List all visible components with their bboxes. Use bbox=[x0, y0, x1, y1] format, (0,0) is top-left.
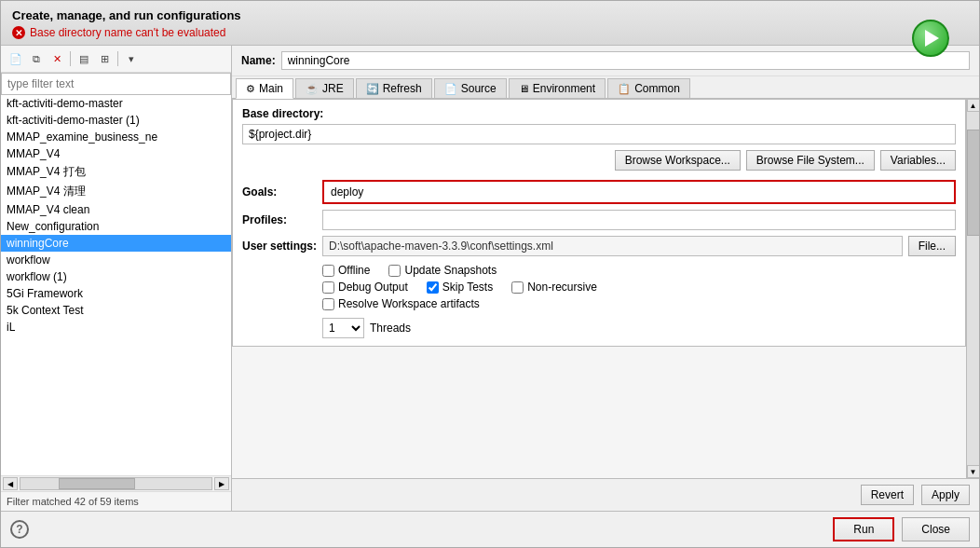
non-recursive-checkbox[interactable] bbox=[511, 281, 524, 294]
duplicate-button[interactable]: ⧉ bbox=[27, 49, 46, 68]
scroll-left-arrow[interactable]: ◀ bbox=[3, 477, 18, 490]
new-config-button[interactable]: 📄 bbox=[7, 49, 25, 68]
content-area: 📄 ⧉ ✕ ▤ ⊞ ▾ kft-activiti-demo-master kft… bbox=[1, 46, 979, 511]
scroll-down-button[interactable]: ▼ bbox=[967, 465, 980, 478]
scroll-right-arrow[interactable]: ▶ bbox=[214, 477, 229, 490]
threads-label: Threads bbox=[370, 322, 411, 335]
profiles-label: Profiles: bbox=[242, 213, 317, 226]
threads-select[interactable]: 1 2 4 bbox=[322, 318, 364, 338]
dropdown-button[interactable]: ▾ bbox=[122, 49, 141, 68]
list-item[interactable]: MMAP_examine_business_ne bbox=[1, 129, 231, 145]
tab-common[interactable]: 📋 Common bbox=[607, 78, 690, 98]
offline-checkbox-label[interactable]: Offline bbox=[322, 264, 370, 277]
right-panel: Name: ⚙ Main ☕ JRE 🔄 Refresh 📄 bbox=[232, 46, 979, 511]
debug-output-checkbox[interactable] bbox=[322, 281, 334, 294]
env-tab-icon: 🖥 bbox=[519, 83, 529, 94]
checkbox-row-1: Offline Update Snapshots bbox=[322, 264, 956, 277]
error-row: ✕ Base directory name can't be evaluated bbox=[12, 26, 912, 39]
base-dir-input[interactable] bbox=[242, 124, 956, 144]
browse-workspace-button[interactable]: Browse Workspace... bbox=[615, 150, 741, 171]
list-item[interactable]: kft-activiti-demo-master (1) bbox=[1, 112, 231, 129]
skip-tests-checkbox[interactable] bbox=[427, 281, 439, 294]
main-tab-label: Main bbox=[259, 82, 283, 95]
update-snapshots-checkbox-label[interactable]: Update Snapshots bbox=[388, 264, 497, 277]
profiles-input[interactable] bbox=[322, 210, 956, 230]
list-item[interactable]: workflow (1) bbox=[1, 268, 231, 285]
collapse-button[interactable]: ⊞ bbox=[95, 49, 114, 68]
v-scroll-track[interactable] bbox=[967, 112, 980, 465]
tab-refresh[interactable]: 🔄 Refresh bbox=[356, 78, 432, 98]
resolve-workspace-checkbox-label[interactable]: Resolve Workspace artifacts bbox=[322, 297, 480, 310]
tab-content-scroll: Base directory: Browse Workspace... Brow… bbox=[232, 99, 966, 478]
help-button[interactable]: ? bbox=[10, 520, 29, 539]
tab-source[interactable]: 📄 Source bbox=[434, 78, 507, 98]
goals-row: Goals: bbox=[242, 180, 956, 204]
list-item[interactable]: MMAP_V4 bbox=[1, 145, 231, 162]
list-item[interactable]: MMAP_V4 clean bbox=[1, 201, 231, 218]
error-message: Base directory name can't be evaluated bbox=[30, 26, 225, 39]
main-window: Create, manage, and run configurations ✕… bbox=[0, 0, 980, 548]
refresh-tab-icon: 🔄 bbox=[366, 83, 379, 95]
filter-button[interactable]: ▤ bbox=[75, 49, 93, 68]
checkbox-row-3: Resolve Workspace artifacts bbox=[322, 297, 956, 310]
file-button[interactable]: File... bbox=[908, 236, 956, 256]
env-tab-label: Environment bbox=[533, 82, 595, 95]
threads-row: 1 2 4 Threads bbox=[322, 318, 956, 338]
footer-bar: ? Run Close bbox=[1, 511, 979, 547]
jre-tab-label: JRE bbox=[322, 82, 344, 95]
list-item[interactable]: workflow bbox=[1, 252, 231, 268]
user-settings-label: User settings: bbox=[242, 240, 317, 253]
filter-input[interactable] bbox=[1, 73, 231, 95]
skip-tests-checkbox-label[interactable]: Skip Tests bbox=[427, 281, 493, 294]
source-tab-icon: 📄 bbox=[444, 83, 457, 95]
browse-file-system-button[interactable]: Browse File System... bbox=[746, 150, 875, 171]
name-input[interactable] bbox=[281, 51, 970, 70]
name-row: Name: bbox=[232, 46, 979, 76]
refresh-tab-label: Refresh bbox=[383, 82, 422, 95]
horizontal-scrollbar[interactable]: ◀ ▶ bbox=[1, 475, 231, 491]
name-label: Name: bbox=[241, 54, 276, 67]
close-button[interactable]: Close bbox=[902, 517, 970, 541]
filter-status: Filter matched 42 of 59 items bbox=[1, 491, 231, 511]
toolbar-sep-1 bbox=[70, 51, 71, 66]
error-icon: ✕ bbox=[12, 26, 25, 39]
scroll-track[interactable] bbox=[20, 477, 212, 490]
v-scroll-thumb bbox=[967, 130, 980, 236]
goals-input[interactable] bbox=[325, 183, 953, 201]
title-area: Create, manage, and run configurations ✕… bbox=[12, 8, 968, 39]
list-item[interactable]: New_configuration bbox=[1, 218, 231, 235]
tab-main[interactable]: ⚙ Main bbox=[236, 78, 293, 99]
list-item[interactable]: kft-activiti-demo-master bbox=[1, 95, 231, 112]
update-snapshots-checkbox[interactable] bbox=[388, 265, 401, 277]
goals-input-wrapper bbox=[322, 180, 956, 204]
user-settings-input[interactable] bbox=[322, 236, 903, 256]
browse-buttons-row: Browse Workspace... Browse File System..… bbox=[242, 150, 956, 171]
list-item[interactable]: 5Gi Framework bbox=[1, 285, 231, 302]
delete-button[interactable]: ✕ bbox=[48, 49, 66, 68]
list-item-selected[interactable]: winningCore bbox=[1, 235, 231, 252]
tab-jre[interactable]: ☕ JRE bbox=[295, 78, 354, 98]
run-button[interactable]: Run bbox=[833, 517, 894, 541]
revert-button[interactable]: Revert bbox=[861, 485, 914, 505]
skip-tests-label: Skip Tests bbox=[442, 281, 493, 294]
base-dir-label: Base directory: bbox=[242, 107, 956, 120]
list-item[interactable]: MMAP_V4 清理 bbox=[1, 182, 231, 201]
list-item[interactable]: MMAP_V4 打包 bbox=[1, 162, 231, 182]
non-recursive-label: Non-recursive bbox=[527, 281, 597, 294]
run-button-top[interactable] bbox=[912, 20, 949, 57]
resolve-workspace-checkbox[interactable] bbox=[322, 298, 334, 310]
jre-tab-icon: ☕ bbox=[306, 83, 319, 95]
variables-button[interactable]: Variables... bbox=[880, 150, 956, 171]
apply-button[interactable]: Apply bbox=[921, 485, 970, 505]
checkbox-row-2: Debug Output Skip Tests Non-recursive bbox=[322, 281, 956, 294]
offline-checkbox[interactable] bbox=[322, 265, 334, 277]
list-item[interactable]: iL bbox=[1, 319, 231, 336]
source-tab-label: Source bbox=[461, 82, 497, 95]
non-recursive-checkbox-label[interactable]: Non-recursive bbox=[511, 281, 597, 294]
debug-output-checkbox-label[interactable]: Debug Output bbox=[322, 281, 408, 294]
vertical-scrollbar[interactable]: ▲ ▼ bbox=[966, 99, 979, 478]
user-settings-row: User settings: File... bbox=[242, 236, 956, 256]
tab-environment[interactable]: 🖥 Environment bbox=[509, 78, 606, 98]
list-item[interactable]: 5k Context Test bbox=[1, 302, 231, 319]
scroll-up-button[interactable]: ▲ bbox=[967, 99, 980, 112]
